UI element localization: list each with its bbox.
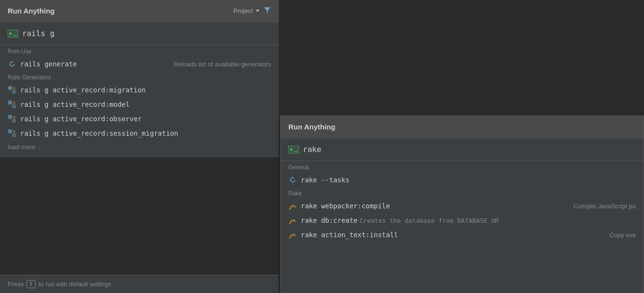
to-run-label: to run with default settings: [38, 280, 111, 288]
rails-gen-model-icon: [8, 100, 16, 109]
main-panel-title: Run Anything: [8, 7, 55, 15]
rails-g-model-item[interactable]: rails g active_record:model: [0, 97, 279, 112]
rake-webpacker-hint: Compile JavaScript pa: [573, 203, 636, 210]
rvm-use-section-label: Rvm Use: [0, 45, 279, 57]
svg-rect-1: [8, 30, 18, 38]
project-label: Project: [234, 7, 253, 14]
svg-rect-8: [8, 101, 12, 104]
load-more-button[interactable]: load more ...: [0, 140, 279, 153]
project-dropdown[interactable]: Project: [234, 7, 260, 14]
rake-db-create-cmd: rake db:create: [301, 217, 358, 224]
rake-db-create-icon: [288, 216, 297, 225]
header-controls: Project: [234, 6, 271, 16]
second-run-anything-panel: Run Anything General rake --tasks Rake: [280, 115, 644, 293]
main-search-area: [0, 22, 279, 45]
rails-g-session-migration-label: rails g active_record:session_migration: [20, 129, 178, 137]
second-panel-header: Run Anything: [281, 116, 644, 138]
filter-icon[interactable]: [263, 6, 271, 16]
svg-rect-14: [8, 129, 12, 133]
rake-tasks-item[interactable]: rake --tasks: [281, 173, 644, 187]
svg-rect-11: [8, 115, 12, 119]
rake-webpacker-item[interactable]: rake webpacker:compile Compile JavaScrip…: [281, 199, 644, 213]
rails-gen-observer-icon: [8, 115, 16, 123]
second-terminal-icon: [288, 146, 299, 153]
second-search-input[interactable]: [303, 145, 636, 154]
shift-key-icon: ⇧: [26, 280, 36, 288]
rake-action-text-item[interactable]: rake action_text:install Copy ove: [281, 228, 644, 242]
bottom-bar: Press ⇧ to run with default settings: [0, 275, 279, 293]
svg-rect-5: [8, 86, 12, 90]
rails-g-migration-item[interactable]: rails g active_record:migration: [0, 83, 279, 97]
press-label: Press: [8, 280, 24, 288]
general-section-label: General: [281, 161, 644, 173]
main-panel-header: Run Anything Project: [0, 0, 279, 22]
second-panel-title: Run Anything: [288, 123, 335, 131]
rails-g-model-label: rails g active_record:model: [20, 101, 130, 108]
rails-g-observer-label: rails g active_record:observer: [20, 115, 142, 123]
rails-gen-migration-icon: [8, 86, 16, 94]
main-search-input[interactable]: [22, 29, 271, 38]
rails-g-migration-label: rails g active_record:migration: [20, 86, 146, 94]
rake-section-label: Rake: [281, 187, 644, 199]
svg-rect-15: [12, 133, 16, 137]
rake-webpacker-label: rake webpacker:compile: [301, 202, 390, 210]
svg-rect-9: [12, 104, 16, 108]
rake-tasks-reload-icon: [288, 176, 297, 184]
svg-marker-0: [264, 7, 271, 13]
rails-generators-section-label: Rails Generators: [0, 71, 279, 83]
chevron-down-icon: [256, 10, 260, 12]
reload-icon: [8, 60, 16, 68]
rake-webpacker-icon: [288, 202, 297, 210]
rake-action-text-hint: Copy ove: [609, 231, 636, 239]
rails-gen-session-migration-icon: [8, 129, 16, 138]
main-run-anything-panel: Run Anything Project Rvm Use: [0, 0, 279, 293]
rake-tasks-label: rake --tasks: [301, 176, 349, 184]
rails-generate-label: rails generate: [20, 60, 77, 68]
svg-rect-17: [288, 146, 299, 153]
terminal-icon: [8, 30, 18, 38]
rake-db-create-text: rake db:create Creates the database from…: [301, 217, 499, 224]
svg-rect-12: [12, 119, 16, 123]
rake-action-text-label: rake action_text:install: [301, 231, 398, 239]
rake-db-create-desc: Creates the database from DATABASE_UR: [359, 217, 499, 224]
rails-generate-item[interactable]: rails generate Reloads list of available…: [0, 57, 279, 71]
rails-generate-hint: Reloads list of available generators: [174, 61, 271, 68]
svg-rect-6: [12, 90, 16, 94]
rake-action-text-icon: [288, 230, 297, 239]
second-search-area: [281, 138, 644, 161]
rails-g-observer-item[interactable]: rails g active_record:observer: [0, 112, 279, 126]
rails-g-session-migration-item[interactable]: rails g active_record:session_migration: [0, 126, 279, 140]
rake-db-create-item[interactable]: rake db:create Creates the database from…: [281, 213, 644, 228]
